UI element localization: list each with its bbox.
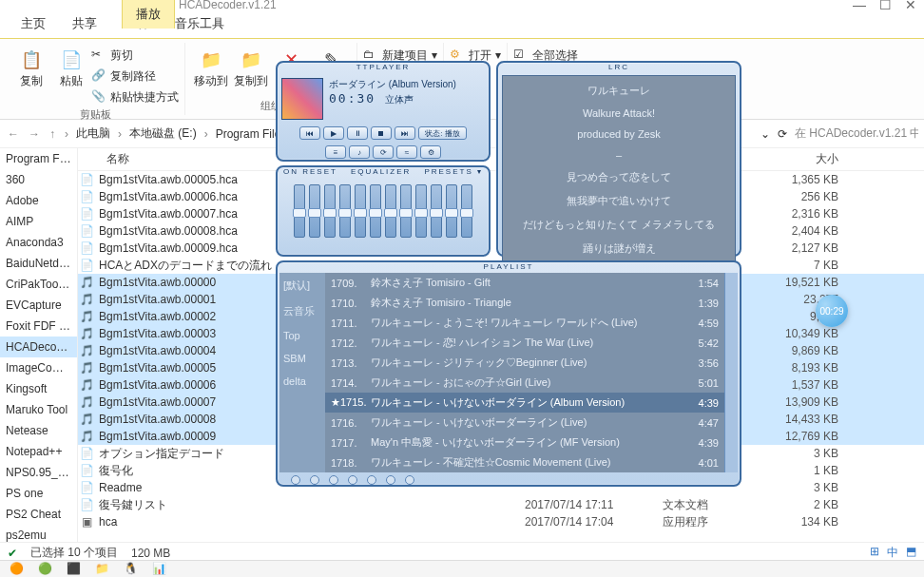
time-bubble[interactable]: 00:29 — [816, 295, 848, 327]
playlist-row[interactable]: 1710.鈴木さえ子 Tomisiro - Triangle1:39 — [325, 293, 724, 313]
nav-item[interactable]: ps2emu — [0, 525, 77, 542]
playlist-row[interactable]: 1717.May'n 中島愛 - いけないボーダーライン (MF Version… — [325, 433, 724, 452]
nav-item[interactable]: BaiduNetdisk — [0, 253, 77, 274]
nav-item[interactable]: PS one — [0, 483, 77, 504]
next-button[interactable]: ⏭ — [395, 126, 415, 140]
playlist-group[interactable]: delta — [283, 375, 321, 387]
view-tiles-icon[interactable]: ⬒ — [906, 545, 916, 561]
crumb-thispc[interactable]: 此电脑 — [76, 125, 110, 142]
playlist-row[interactable]: 1714.ワルキューレ - おにゃの子☆Girl (Live)5:01 — [325, 373, 724, 393]
view-details-icon[interactable]: ⊞ — [870, 545, 879, 561]
nav-item[interactable]: HCADecoder. — [0, 337, 77, 357]
taskbar-app-5[interactable]: 🐧 — [124, 562, 139, 577]
taskbar-app-4[interactable]: 📁 — [95, 562, 110, 577]
taskbar-app-2[interactable]: 🟢 — [38, 562, 53, 577]
nav-item[interactable]: CriPakTools-m — [0, 274, 77, 295]
playlist-row[interactable]: 1718.ワルキューレ - 不確定性☆Cosmic Movement (Live… — [325, 452, 724, 472]
playlist-row[interactable]: 1711.ワルキューレ - ようこそ! ワルキューレ ワールドへ (Live)4… — [325, 313, 724, 333]
play-button[interactable]: ▶ — [323, 126, 344, 140]
playlist-group[interactable]: SBM — [283, 353, 321, 364]
eq-slider[interactable] — [400, 184, 412, 238]
paste-button[interactable]: 📄粘贴 — [51, 45, 91, 107]
eq-slider[interactable] — [415, 184, 427, 238]
nav-item[interactable]: ImageCompa — [0, 357, 77, 378]
eq-slider[interactable] — [431, 184, 442, 238]
nav-item[interactable]: Anaconda3 — [0, 232, 77, 253]
taskbar-app-6[interactable]: 📊 — [152, 562, 167, 577]
file-row[interactable]: ▣ hca 2017/07/14 17:04 应用程序 134 KB — [78, 513, 924, 530]
eq-on-reset[interactable]: ON RESET — [283, 167, 337, 179]
pause-button[interactable]: ⏸ — [347, 126, 368, 140]
eq-slider[interactable] — [461, 184, 472, 238]
copyto-button[interactable]: 📁复制到 — [231, 45, 271, 91]
lrc-titlebar[interactable]: LRC — [498, 63, 740, 71]
eq-slider[interactable] — [370, 184, 381, 238]
playlist-row[interactable]: 1713.ワルキューレ - ジリティック♡Beginner (Live)3:56 — [325, 353, 724, 373]
chevron-down-icon[interactable]: ⌄ — [760, 127, 770, 141]
nav-item[interactable]: EVCapture — [0, 295, 77, 316]
playlist-row[interactable]: 1716.ワルキューレ - いけないボーダーライン (Live)4:47 — [325, 413, 724, 433]
eq-presets[interactable]: PRESETS ▾ — [424, 167, 483, 179]
stop-button[interactable]: ⏹ — [371, 126, 392, 140]
p-btn-3[interactable]: ⟳ — [373, 145, 394, 159]
playlist-row[interactable]: ★1715.ワルキューレ - いけないボーダライン (Album Version… — [325, 393, 724, 413]
pl-footbtn[interactable] — [405, 475, 414, 485]
nav-item[interactable]: NPS0.95_PC_C — [0, 462, 77, 483]
playlist-scrollbar[interactable] — [724, 273, 738, 472]
cut-button[interactable]: ✂剪切 — [91, 45, 179, 66]
prev-button[interactable]: ⏮ — [299, 126, 320, 140]
nav-item[interactable]: AIMP — [0, 211, 77, 232]
eq-slider[interactable] — [309, 184, 320, 238]
nav-item[interactable]: Maruko Tool — [0, 399, 77, 420]
nav-item[interactable]: Kingsoft — [0, 378, 77, 399]
nav-item[interactable]: PS2 Cheat — [0, 504, 77, 525]
eq-slider[interactable] — [324, 184, 336, 238]
p-btn-5[interactable]: ⚙ — [420, 145, 441, 159]
taskbar-app-3[interactable]: ⬛ — [67, 562, 82, 577]
pl-footbtn[interactable] — [386, 475, 395, 485]
playlist-row[interactable]: 1709.鈴木さえ子 Tomisiro - Gift1:54 — [325, 273, 724, 293]
pl-footbtn[interactable] — [291, 475, 300, 485]
refresh-button[interactable]: ⟳ — [778, 127, 787, 141]
nav-item[interactable]: Foxit FDF Rea — [0, 316, 77, 337]
nav-up[interactable]: ↑ — [48, 127, 57, 141]
ttplayer-window[interactable]: TTPLAYER ボーダライン (Album Version) 00:30 立体… — [276, 57, 746, 487]
file-row[interactable]: 📄 復号鍵リスト 2017/07/14 17:11 文本文档 2 KB — [78, 496, 924, 513]
window-close[interactable]: ✕ — [905, 0, 916, 12]
pl-footbtn[interactable] — [329, 475, 338, 485]
p-btn-2[interactable]: ♪ — [349, 145, 370, 159]
eq-slider[interactable] — [385, 184, 396, 238]
col-size[interactable]: 大小 — [772, 151, 848, 167]
playlist-titlebar[interactable]: PLAYLIST — [278, 262, 740, 271]
pl-footbtn[interactable] — [367, 475, 376, 485]
playlist-group[interactable]: Top — [283, 330, 321, 341]
nav-item[interactable]: Adobe — [0, 190, 77, 211]
nav-item[interactable]: 360 — [0, 169, 77, 190]
playlist-group[interactable]: [默认] — [283, 279, 321, 293]
eq-slider[interactable] — [339, 184, 351, 238]
playlist-group[interactable]: 云音乐 — [283, 304, 321, 318]
playlist-row[interactable]: 1712.ワルキューレ - 恋! ハレイション The War (Live)5:… — [325, 333, 724, 353]
p-btn-4[interactable]: ≈ — [396, 145, 417, 159]
nav-back[interactable]: ← — [6, 127, 21, 141]
copypath-button[interactable]: 🔗复制路径 — [91, 66, 179, 87]
copy-button[interactable]: 📋复制 — [11, 45, 51, 107]
eq-slider[interactable] — [294, 184, 305, 238]
eq-slider[interactable] — [446, 184, 457, 238]
taskbar-app-1[interactable]: 🟠 — [10, 562, 25, 577]
eq-slider[interactable] — [355, 184, 366, 238]
tab-share[interactable]: 共享 — [59, 10, 110, 38]
crumb-drive[interactable]: 本地磁盘 (E:) — [129, 125, 197, 142]
pl-footbtn[interactable] — [310, 475, 319, 485]
search-input[interactable]: 在 HCADecoder.v1.21 中 — [795, 125, 918, 142]
window-minimize[interactable]: — — [853, 0, 866, 12]
window-maximize[interactable]: ☐ — [879, 0, 892, 12]
tab-play[interactable]: 播放 — [122, 0, 175, 29]
tab-home[interactable]: 主页 — [8, 10, 59, 38]
pasteshortcut-button[interactable]: 📎粘贴快捷方式 — [91, 87, 179, 107]
player-titlebar[interactable]: TTPLAYER — [278, 63, 489, 74]
ime-indicator[interactable]: 中 — [887, 545, 898, 561]
nav-item[interactable]: Notepad++ — [0, 441, 77, 462]
p-btn-1[interactable]: ≡ — [325, 145, 346, 159]
nav-forward[interactable]: → — [27, 127, 42, 141]
